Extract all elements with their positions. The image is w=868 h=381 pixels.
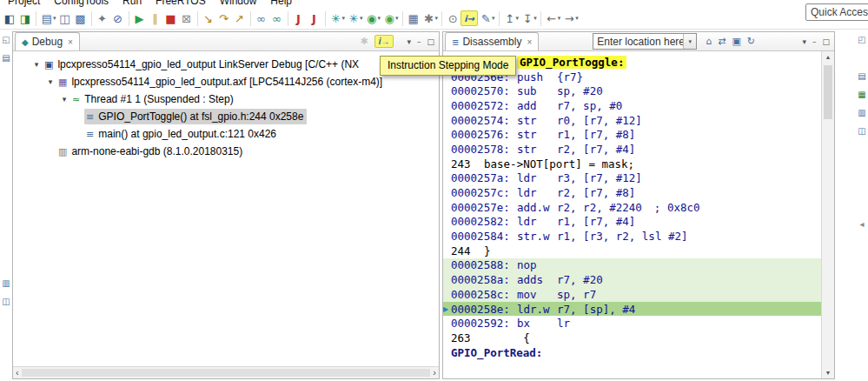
instruction-mnemonic: sub [517,84,557,97]
tree-item[interactable]: ≈Thread #1 1 (Suspended : Step) [70,91,237,107]
forward-history-dropdown-icon[interactable]: ▾ [575,15,579,22]
tree-item[interactable]: ▦lpcxpresso54114_gpio_led_output.axf [LP… [56,74,386,90]
tree-expander-icon[interactable]: ▾ [58,95,70,104]
save-icon[interactable]: ◫ [57,10,73,26]
instruction-mnemonic: str.w [517,230,557,243]
minimize-view-icon[interactable]: – [417,37,421,46]
instruction-stepping-mode-icon[interactable]: i→ [461,10,478,26]
resume-icon[interactable]: ▶ [132,10,148,26]
terminate-icon[interactable]: ■ [163,10,179,26]
previous-annotation-dropdown-icon[interactable]: ▾ [516,15,520,22]
close-tab-icon[interactable]: × [68,37,73,47]
tooltip-text: Instruction Stepping Mode [388,59,508,71]
minimized-peripherals-icon[interactable]: ▥ [858,108,865,117]
minimized-view-1-icon[interactable]: ▤ [2,53,10,63]
home-icon[interactable]: ⌂ [706,36,712,47]
debug-tree-row[interactable]: ▾▣lpcxpresso54114_gpio_led_output LinkSe… [13,56,439,73]
link-debug-icon[interactable]: ∞ [269,10,285,26]
scroll-up-icon[interactable]: ▲ [822,54,834,60]
debug-horizontal-scrollbar[interactable]: ‹ › [13,366,439,378]
minimized-registers-icon[interactable]: ▦ [858,90,865,99]
disassembly-row: 00002588:nop [443,258,821,273]
search-icon[interactable]: ⊙ [445,10,461,26]
location-combo[interactable]: Enter location here ▾ [593,33,697,50]
refresh-icon[interactable]: ↻ [747,36,755,47]
step-over-icon[interactable]: ↷ [216,10,232,26]
tree-item-label: lpcxpresso54114_gpio_led_output.axf [LPC… [71,76,382,88]
minimized-outline-icon[interactable]: ▤ [858,71,865,81]
open-run-config-icon[interactable]: ◨ [17,10,33,26]
jlink-tool-1-icon[interactable]: J [291,10,307,26]
instruction-stepping-button[interactable]: i→ [374,35,394,48]
toolbar-separator [36,11,36,26]
stack-frame-icon: ≡ [86,129,94,140]
next-annotation-dropdown-icon[interactable]: ▾ [533,15,537,22]
tree-expander-icon[interactable]: ▾ [30,60,43,69]
tree-item[interactable]: ▥arm-none-eabi-gdb (8.1.0.20180315) [56,144,246,159]
disconnect-icon[interactable]: ⊠ [179,10,195,26]
debug-tree-row[interactable]: ▾≈Thread #1 1 (Suspended : Step) [13,90,439,108]
restore-views-icon[interactable]: ◱ [2,35,10,44]
memory-tool-icon[interactable]: ▦ [406,10,421,26]
skip-all-breakpoints-icon[interactable]: ⊘ [110,10,126,26]
tab-debug[interactable]: ◆ Debug × [15,32,80,50]
tree-expander-icon[interactable]: ▾ [44,77,56,86]
scrollbar-thumb[interactable] [824,65,832,119]
new-wizard-dropdown-icon[interactable]: ▾ [53,15,56,22]
scroll-right-icon[interactable]: › [433,368,436,378]
location-input[interactable]: Enter location here [593,36,683,48]
combo-dropdown-icon[interactable]: ▾ [683,34,696,49]
firmware-config-dropdown-icon[interactable]: ▾ [360,15,363,22]
debug-tree-row[interactable]: ≡main() at gpio_led_output.c:121 0x426 [13,125,439,143]
step-into-icon[interactable]: ↘ [201,10,216,26]
minimize-view-icon[interactable]: – [812,37,817,46]
preferences-dropdown-icon[interactable]: ▾ [435,15,439,22]
annotate-dropdown-icon[interactable]: ▾ [492,15,495,22]
back-history-dropdown-icon[interactable]: ▾ [558,15,561,22]
maximize-view-icon[interactable]: □ [822,37,830,46]
view-menu-icon[interactable]: ▾ [407,37,411,46]
disassembly-row: 0000257a:ldrr3, [r7, #12] [443,171,821,186]
minimized-view-2-icon[interactable]: ▥ [2,278,10,288]
link-with-editor-icon[interactable]: ∞ [254,10,269,26]
gui-flash-tool-dropdown-icon[interactable]: ▾ [378,15,381,22]
step-return-icon[interactable]: ↗ [232,10,248,26]
suspend-icon[interactable]: ‖ [148,10,163,26]
debug-tree-row[interactable]: ▾▦lpcxpresso54114_gpio_led_output.axf [L… [13,73,439,90]
instruction-address: 00002574: [451,114,517,127]
tab-disassembly[interactable]: ≡ Disassembly × [445,32,539,50]
disassembly-vertical-scrollbar[interactable]: ▲ ▼ [821,51,834,378]
instruction-comment: ; 0x8c0 [654,201,700,214]
tree-item[interactable]: ≡GPIO_PortToggle() at fsl_gpio.h:244 0x2… [84,109,307,124]
quick-access-box[interactable]: Quick Access [805,3,868,21]
jlink-tool-2-icon[interactable]: J [307,10,322,26]
open-debug-config-icon[interactable]: ◧ [2,10,17,26]
minimized-memory-icon[interactable]: ◫ [858,126,865,136]
tree-item[interactable]: ≡main() at gpio_led_output.c:121 0x426 [84,126,280,142]
save-all-icon[interactable]: ▩ [73,10,89,26]
minimized-view-3-icon[interactable]: ◫ [2,297,10,306]
toolbar-separator [540,11,541,26]
view-menu-icon[interactable]: ▾ [802,37,806,46]
tree-item[interactable]: ▣lpcxpresso54114_gpio_led_output LinkSer… [43,57,362,72]
disassembly-source-row: 263 { [443,331,821,345]
disassembly-view-panel: ≡ Disassembly × Enter location here ▾ ⌂⇄… [442,31,835,379]
debug-tree-row[interactable]: ▥arm-none-eabi-gdb (8.1.0.20180315) [13,143,439,160]
close-tab-icon[interactable]: × [527,37,532,47]
restore-arrow-icon[interactable]: ◂ [859,219,864,229]
quick-launch-dropdown-icon[interactable]: ▾ [395,15,399,22]
scroll-left-icon[interactable]: ‹ [16,368,19,378]
source-line-text: } [484,244,491,257]
instruction-operands: r7, sp, #0 [557,99,622,112]
debug-tree-row[interactable]: ≡GPIO_PortToggle() at fsl_gpio.h:244 0x2… [13,108,439,125]
scrollbar-thumb[interactable] [22,369,431,377]
scroll-down-icon[interactable]: ▼ [822,370,834,376]
sync-with-debugger-icon[interactable]: ⇄ [718,36,726,47]
probe-discovery-dropdown-icon[interactable]: ▾ [342,15,346,22]
instruction-mnemonic: ldr [517,186,557,199]
build-icon[interactable]: ✦ [95,10,110,26]
restore-views-icon[interactable]: ◰ [858,35,865,44]
track-pc-icon[interactable]: ▣ [732,36,740,47]
maximize-view-icon[interactable]: □ [427,37,434,46]
instruction-mnemonic: ldr [517,215,557,228]
